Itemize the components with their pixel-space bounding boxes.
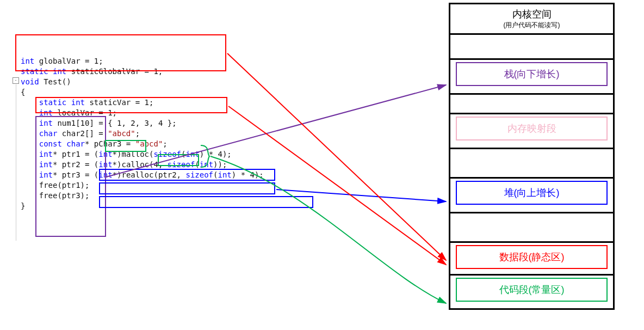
gutter-line — [16, 84, 16, 241]
mem-data: 数据段(静态区) — [450, 243, 613, 276]
code-text: localVar = 1; — [53, 108, 117, 117]
code-text: * ptr1 = ( — [53, 150, 98, 158]
code-text: ) * 4); — [200, 150, 232, 158]
mem-mmap-label: 内存映射段 — [456, 117, 608, 140]
mem-stack-label: 栈(向下增长) — [456, 62, 608, 86]
code-kw: int — [98, 150, 112, 158]
code-text: globalVar = 1; — [34, 57, 103, 65]
mem-mmap: 内存映射段 — [450, 114, 613, 149]
code-kw: sizeof — [168, 160, 195, 169]
code-text: ; — [163, 139, 167, 148]
arrow-heap — [276, 190, 446, 201]
code-kw: int — [21, 150, 53, 158]
code-text: staticGlobalVar = 1; — [66, 67, 163, 76]
code-kw: static int — [21, 98, 85, 107]
code-text: char2[] = — [57, 129, 108, 138]
code-text: Test() — [39, 77, 71, 86]
code-kw: int — [218, 170, 231, 179]
mem-code: 代码段(常量区) — [450, 276, 613, 308]
mem-gap3 — [450, 149, 613, 179]
code-text: } — [21, 201, 25, 210]
code-text: *)calloc(4, — [113, 160, 168, 169]
code-text: * ptr3 = ( — [53, 170, 98, 179]
code-text: *)malloc( — [113, 150, 154, 158]
code-kw: char — [21, 129, 57, 138]
code-kw: int — [185, 150, 199, 158]
mem-heap-label: 堆(向上增长) — [456, 181, 608, 205]
code-kw: static int — [21, 67, 66, 76]
code-kw: int — [21, 170, 53, 179]
memory-layout: 内核空间 (用户代码不能读写) 栈(向下增长) 内存映射段 堆(向上增长) 数据… — [449, 3, 615, 310]
mem-kernel-title: 内核空间 — [455, 8, 609, 21]
mem-data-label: 数据段(静态区) — [456, 245, 608, 269]
code-text: )); — [213, 160, 227, 169]
code-kw: int — [21, 57, 34, 65]
code-kw: int — [98, 170, 112, 179]
code-text: * pChar3 = — [85, 139, 135, 148]
code-kw: sizeof — [153, 150, 181, 158]
mem-heap: 堆(向上增长) — [450, 179, 613, 213]
mem-gap1 — [450, 35, 613, 60]
code-kw: const char — [21, 139, 85, 148]
mem-kernel-sub: (用户代码不能读写) — [455, 21, 609, 30]
code-kw: int — [21, 108, 53, 117]
code-string: "abcd" — [108, 129, 135, 138]
code-text: ; — [135, 129, 140, 138]
code-kw: void — [21, 77, 39, 86]
code-kw: int — [21, 119, 53, 127]
mem-gap2 — [450, 95, 613, 114]
code-text: *)realloc(ptr2, — [113, 170, 186, 179]
code-text: free(ptr1); — [21, 181, 89, 190]
code-string: "abcd" — [135, 139, 163, 148]
code-kw: int — [21, 160, 53, 169]
code-text: ) * 4); — [232, 170, 264, 179]
code-text: { — [21, 88, 25, 96]
collapse-icon: - — [13, 77, 19, 84]
mem-gap4 — [450, 213, 613, 243]
mem-kernel: 内核空间 (用户代码不能读写) — [450, 4, 613, 35]
code-kw: sizeof — [185, 170, 213, 179]
code-text: staticVar = 1; — [85, 98, 153, 107]
code-kw: int — [98, 160, 112, 169]
code-text: ( — [195, 160, 199, 169]
code-text: free(ptr3); — [21, 191, 89, 200]
mem-stack: 栈(向下增长) — [450, 60, 613, 95]
mem-code-label: 代码段(常量区) — [456, 278, 608, 302]
code-block: int globalVar = 1; static int staticGlob… — [21, 46, 264, 211]
code-text: num1[10] = { 1, 2, 3, 4 }; — [53, 119, 177, 127]
code-kw: int — [200, 160, 213, 169]
code-text: * ptr2 = ( — [53, 160, 98, 169]
